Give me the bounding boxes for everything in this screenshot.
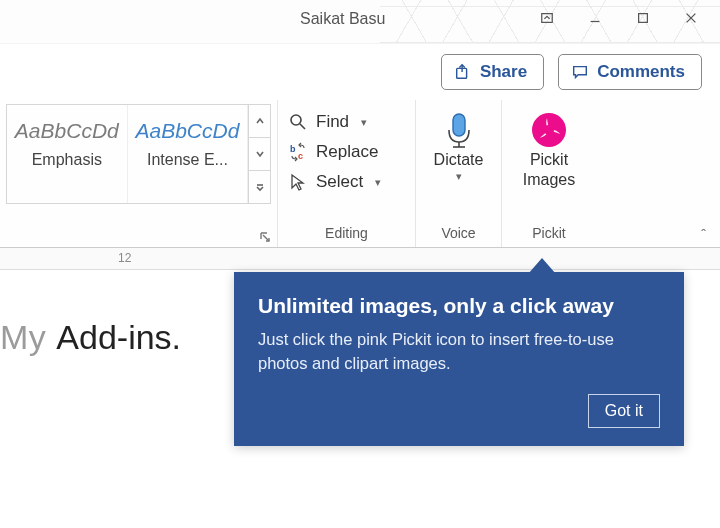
window-controls — [524, 2, 714, 34]
chevron-down-icon: ▾ — [375, 176, 381, 189]
find-label: Find — [316, 112, 349, 132]
pickit-group: Pickit Images Pickit — [502, 100, 596, 247]
pickit-images-button[interactable]: Pickit Images — [508, 104, 590, 190]
replace-icon: b c — [288, 142, 308, 162]
select-label: Select — [316, 172, 363, 192]
doc-text: Add-ins. — [56, 318, 181, 357]
doc-text-prefix: My — [0, 318, 46, 357]
group-label: Voice — [422, 225, 495, 245]
svg-rect-11 — [453, 114, 465, 136]
comments-label: Comments — [597, 62, 685, 82]
ruler[interactable]: 12 — [0, 248, 720, 270]
style-name-label: Intense E... — [134, 151, 242, 169]
cursor-icon — [288, 172, 308, 192]
editing-group: Find ▾ b c Replace Select ▾ Editing — [278, 100, 416, 247]
titlebar: Saikat Basu — [0, 0, 720, 44]
select-button[interactable]: Select ▾ — [284, 168, 409, 196]
pickit-label-line2: Images — [523, 170, 575, 190]
styles-gallery[interactable]: AaBbCcDd Emphasis AaBbCcDd Intense E... — [6, 104, 271, 204]
style-preview: AaBbCcDd — [13, 111, 121, 143]
svg-rect-2 — [639, 14, 648, 23]
svg-text:b: b — [290, 144, 296, 154]
share-button[interactable]: Share — [441, 54, 544, 90]
find-button[interactable]: Find ▾ — [284, 108, 409, 136]
gallery-down-button[interactable] — [249, 138, 270, 171]
share-label: Share — [480, 62, 527, 82]
svg-point-7 — [291, 115, 301, 125]
callout-title: Unlimited images, only a click away — [258, 294, 660, 318]
pickit-icon — [529, 110, 569, 150]
callout-arrow — [528, 258, 556, 274]
styles-group: AaBbCcDd Emphasis AaBbCcDd Intense E... — [0, 100, 278, 247]
comments-button[interactable]: Comments — [558, 54, 702, 90]
gallery-scroll — [248, 105, 270, 203]
style-name-label: Emphasis — [13, 151, 121, 169]
replace-button[interactable]: b c Replace — [284, 138, 409, 166]
callout-body: Just click the pink Pickit icon to inser… — [258, 328, 660, 376]
svg-point-15 — [544, 125, 554, 135]
close-button[interactable] — [668, 2, 714, 34]
style-preview: AaBbCcDd — [134, 111, 242, 143]
maximize-button[interactable] — [620, 2, 666, 34]
comment-icon — [571, 63, 589, 81]
style-emphasis[interactable]: AaBbCcDd Emphasis — [7, 105, 128, 203]
got-it-button[interactable]: Got it — [588, 394, 660, 428]
chevron-down-icon: ▾ — [361, 116, 367, 129]
gallery-more-button[interactable] — [249, 171, 270, 203]
gallery-up-button[interactable] — [249, 105, 270, 138]
group-label: Pickit — [508, 225, 590, 245]
group-label: Editing — [284, 225, 409, 245]
chevron-down-icon: ▾ — [456, 170, 462, 184]
voice-group: Dictate ▾ Voice — [416, 100, 502, 247]
microphone-icon — [439, 110, 479, 150]
pickit-teaching-callout: Unlimited images, only a click away Just… — [234, 272, 684, 446]
styles-launcher[interactable] — [259, 229, 273, 243]
svg-rect-0 — [542, 14, 553, 23]
style-intense-emphasis[interactable]: AaBbCcDd Intense E... — [128, 105, 249, 203]
ruler-tick: 12 — [118, 251, 131, 265]
share-icon — [454, 63, 472, 81]
svg-text:c: c — [298, 151, 303, 161]
svg-line-8 — [300, 124, 305, 129]
pickit-label-line1: Pickit — [530, 150, 568, 170]
minimize-button[interactable] — [572, 2, 618, 34]
dictate-label: Dictate — [434, 150, 484, 170]
collapse-ribbon-button[interactable]: ˆ — [701, 227, 706, 243]
dictate-button[interactable]: Dictate ▾ — [422, 104, 495, 184]
replace-label: Replace — [316, 142, 378, 162]
share-bar: Share Comments — [0, 44, 720, 100]
search-icon — [288, 112, 308, 132]
ribbon-mode-button[interactable] — [524, 2, 570, 34]
ribbon: AaBbCcDd Emphasis AaBbCcDd Intense E... … — [0, 100, 720, 248]
account-name: Saikat Basu — [300, 10, 385, 28]
